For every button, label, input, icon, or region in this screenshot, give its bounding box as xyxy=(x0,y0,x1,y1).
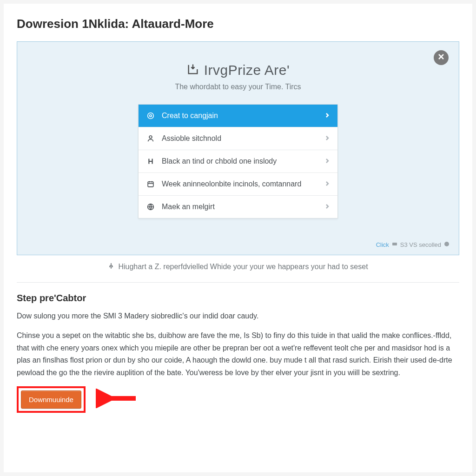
svg-point-6 xyxy=(444,242,449,246)
svg-rect-5 xyxy=(392,243,397,245)
caption-text: Hiughart a Z. reperfdvielled Whide your … xyxy=(118,263,368,271)
h-icon xyxy=(146,157,155,166)
brand-subtitle: The whordabt to easy your Time. Tircs xyxy=(27,83,449,91)
step-paragraph-2: Chinse you a sepet on the witabtic she b… xyxy=(17,330,459,379)
close-icon xyxy=(437,53,445,62)
panel-footer: Click S3 VS secolled xyxy=(376,241,450,248)
pin-icon xyxy=(108,263,114,271)
close-button[interactable] xyxy=(434,50,449,65)
arrow-left-icon xyxy=(96,389,138,410)
menu-item-creat[interactable]: Creat to cangjain xyxy=(139,105,337,127)
menu-item-label: Week aninneolonbite incinols, comtannard xyxy=(162,180,318,188)
calendar-icon xyxy=(146,179,155,189)
menu-item-black[interactable]: Black an tind or chbold one inslody xyxy=(139,150,337,172)
download-box-icon xyxy=(186,63,199,78)
svg-point-2 xyxy=(149,136,152,139)
menu-item-label: Maek an melgirt xyxy=(162,203,318,211)
target-icon xyxy=(146,111,155,120)
brand-row: IrvgPrize Are' xyxy=(27,62,449,78)
globe-icon xyxy=(146,202,155,212)
section-divider xyxy=(17,282,459,283)
menu-item-maek[interactable]: Maek an melgirt xyxy=(139,195,337,218)
panel-caption: Hiughart a Z. reperfdvielled Whide your … xyxy=(17,263,459,271)
step-heading: Step pre'Cabtor xyxy=(17,293,459,304)
menu-item-label: Black an tind or chbold one inslody xyxy=(162,157,318,165)
menu-list: Creat to cangjain Assioble sitchnold B xyxy=(138,104,338,218)
svg-rect-3 xyxy=(148,182,153,187)
footer-click-label: Click xyxy=(376,241,389,248)
download-button[interactable]: Downmuuinde xyxy=(21,390,81,409)
menu-item-label: Creat to cangjain xyxy=(162,112,318,120)
step-paragraph-1: Dow sulong you more the SMl 3 Madery sio… xyxy=(17,310,459,322)
menu-item-label: Assioble sitchnold xyxy=(162,134,318,143)
brand-title: IrvgPrize Are' xyxy=(204,62,290,78)
menu-item-week[interactable]: Week aninneolonbite incinols, comtannard xyxy=(139,172,337,195)
footer-scroll-label: S3 VS secolled xyxy=(400,241,441,248)
chevron-right-icon xyxy=(324,112,330,120)
chevron-right-icon xyxy=(324,157,330,165)
menu-item-assioble[interactable]: Assioble sitchnold xyxy=(139,127,337,150)
chevron-right-icon xyxy=(324,180,330,188)
page-title: Dowresion 1Nklida: Altauard-More xyxy=(17,17,459,31)
svg-point-1 xyxy=(150,115,152,117)
download-row: Downmuuinde xyxy=(17,386,459,413)
svg-point-0 xyxy=(148,113,154,119)
highlight-frame: Downmuuinde xyxy=(17,386,86,413)
person-icon xyxy=(146,134,155,143)
chevron-right-icon xyxy=(324,203,330,211)
chevron-right-icon xyxy=(324,134,330,143)
feature-panel: IrvgPrize Are' The whordabt to easy your… xyxy=(17,41,459,255)
keyboard-icon xyxy=(392,241,397,248)
info-icon xyxy=(444,241,450,248)
